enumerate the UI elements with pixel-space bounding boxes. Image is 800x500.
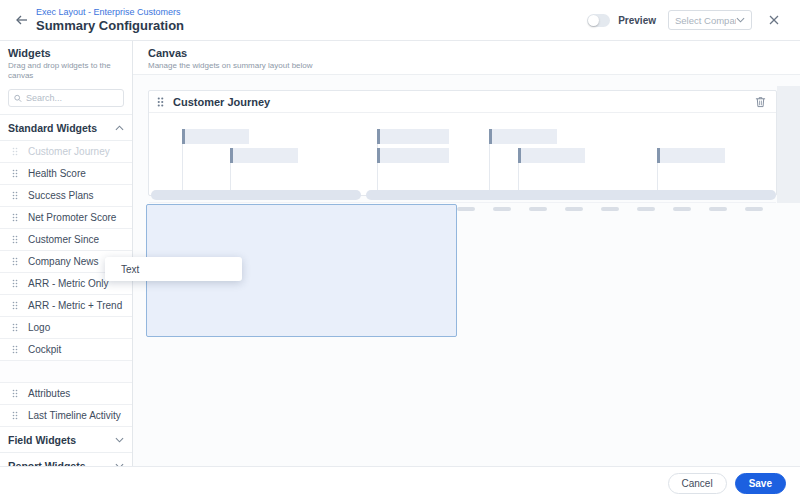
section-field-widgets[interactable]: Field Widgets	[0, 427, 132, 453]
title-block: Exec Layout - Enterprise Customers Summa…	[36, 7, 184, 33]
drag-handle-icon	[12, 190, 18, 201]
canvas-header: Canvas Manage the widgets on summary lay…	[133, 41, 800, 75]
summary-configuration-page: Exec Layout - Enterprise Customers Summa…	[0, 0, 800, 500]
save-button[interactable]: Save	[735, 473, 786, 494]
canvas-subtitle: Manage the widgets on summary layout bel…	[148, 61, 800, 70]
drag-handle-icon	[12, 322, 18, 333]
section-label: Field Widgets	[8, 434, 115, 446]
widget-item-label: Cockpit	[28, 344, 61, 355]
page-title: Summary Configuration	[36, 18, 184, 33]
widgets-sidebar: Widgets Drag and drop widgets to the can…	[0, 41, 133, 466]
drag-handle-icon	[12, 278, 18, 289]
skeleton-line	[657, 163, 658, 190]
skeleton-tick	[457, 207, 475, 211]
widget-skeleton-preview	[149, 113, 776, 195]
company-select[interactable]: Select Company	[668, 10, 752, 30]
widget-item-health-score[interactable]: Health Score	[0, 163, 132, 185]
skeleton-line	[489, 144, 490, 190]
drag-handle-icon	[12, 344, 18, 355]
widget-item-success-plans[interactable]: Success Plans	[0, 185, 132, 207]
widget-item-attributes[interactable]: Attributes	[0, 383, 132, 405]
widget-item-label: Last Timeline Activity	[28, 410, 121, 421]
skeleton-tick	[673, 207, 691, 211]
chevron-down-icon	[736, 17, 745, 23]
canvas-row-gutter	[777, 86, 800, 203]
search-row	[0, 85, 132, 115]
back-button[interactable]	[10, 9, 32, 31]
sidebar-subtitle: Drag and drop widgets to the canvas	[8, 61, 124, 81]
skeleton-tick	[709, 207, 727, 211]
top-bar: Exec Layout - Enterprise Customers Summa…	[0, 0, 800, 41]
widget-item-label: Logo	[28, 322, 50, 333]
skeleton-bar	[377, 148, 449, 163]
widget-item-label: Company News	[28, 256, 99, 267]
drag-handle-icon	[12, 388, 18, 399]
widget-item-label: Customer Since	[28, 234, 99, 245]
skeleton-tick	[565, 207, 583, 211]
sidebar-header: Widgets Drag and drop widgets to the can…	[0, 41, 132, 85]
drag-handle-icon	[12, 168, 18, 179]
widget-item-label: Success Plans	[28, 190, 94, 201]
skeleton-track	[366, 190, 776, 200]
skeleton-line	[182, 144, 183, 190]
widget-item-label: Attributes	[28, 388, 70, 399]
drag-ghost-label: Text	[121, 264, 139, 275]
widget-item-customer-since[interactable]: Customer Since	[0, 229, 132, 251]
body: Widgets Drag and drop widgets to the can…	[0, 41, 800, 466]
section-label: Standard Widgets	[8, 122, 115, 134]
drag-handle-icon	[12, 212, 18, 223]
skeleton-tick	[493, 207, 511, 211]
widget-item-last-timeline-activity[interactable]: Last Timeline Activity	[0, 405, 132, 427]
search-input[interactable]	[26, 93, 118, 103]
trash-icon	[755, 96, 766, 108]
close-button[interactable]	[766, 12, 782, 28]
skeleton-tick	[745, 207, 763, 211]
drag-handle-icon[interactable]	[157, 96, 164, 108]
widget-item-label: ARR - Metric Only	[28, 278, 109, 289]
widget-item-arr-metric-trend[interactable]: ARR - Metric + Trend	[0, 295, 132, 317]
arrow-left-icon	[15, 14, 28, 26]
skeleton-bar	[377, 129, 449, 144]
skeleton-bar	[230, 148, 298, 163]
widget-item-label: ARR - Metric + Trend	[28, 300, 122, 311]
widget-item-cockpit[interactable]: Cockpit	[0, 339, 132, 361]
dragged-item-empty-slot	[0, 361, 132, 383]
cancel-button[interactable]: Cancel	[668, 473, 727, 494]
search-box	[8, 89, 124, 107]
skeleton-line	[518, 163, 519, 190]
chevron-down-icon	[115, 437, 124, 443]
search-icon	[14, 94, 22, 103]
close-icon	[769, 15, 779, 25]
customer-journey-widget: Customer Journey	[148, 90, 777, 196]
canvas-pane: Canvas Manage the widgets on summary lay…	[133, 41, 800, 466]
skeleton-tick	[601, 207, 619, 211]
footer-bar: Cancel Save	[0, 466, 800, 500]
skeleton-tick	[529, 207, 547, 211]
top-bar-actions: Preview Select Company	[587, 10, 800, 30]
widget-item-logo[interactable]: Logo	[0, 317, 132, 339]
widget-item-customer-journey: Customer Journey	[0, 141, 132, 163]
sidebar-title: Widgets	[8, 47, 124, 59]
skeleton-bar	[518, 148, 585, 163]
section-standard-widgets[interactable]: Standard Widgets	[0, 115, 132, 141]
skeleton-line	[230, 163, 231, 190]
canvas-title: Canvas	[148, 47, 800, 59]
breadcrumb-link[interactable]: Exec Layout - Enterprise Customers	[36, 7, 184, 18]
widget-item-net-promoter-score[interactable]: Net Promoter Score	[0, 207, 132, 229]
drag-handle-icon	[12, 300, 18, 311]
preview-label: Preview	[618, 15, 656, 26]
company-select-placeholder: Select Company	[675, 15, 736, 26]
widget-title: Customer Journey	[173, 96, 752, 108]
widget-header: Customer Journey	[149, 91, 776, 113]
text-widget-drag-ghost[interactable]: Text	[105, 257, 242, 281]
skeleton-track	[151, 190, 361, 200]
skeleton-bar	[657, 148, 725, 163]
drag-handle-icon	[12, 146, 18, 157]
drag-handle-icon	[12, 410, 18, 421]
widget-item-label: Customer Journey	[28, 146, 110, 157]
delete-widget-button[interactable]	[752, 94, 768, 110]
widget-item-label: Net Promoter Score	[28, 212, 116, 223]
skeleton-bar	[182, 129, 249, 144]
preview-toggle[interactable]	[587, 14, 610, 27]
widget-item-label: Health Score	[28, 168, 86, 179]
